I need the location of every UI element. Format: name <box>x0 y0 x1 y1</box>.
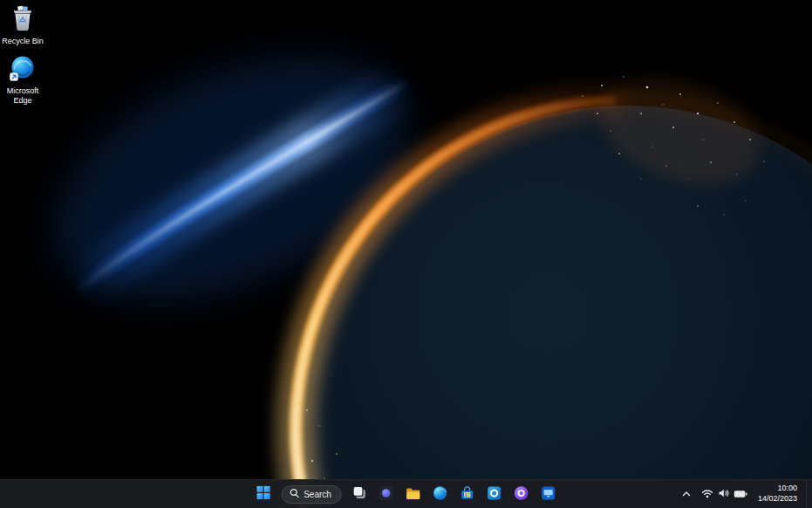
taskbar: Search <box>0 479 812 508</box>
outlook-icon <box>487 485 502 504</box>
wifi-icon <box>701 488 713 501</box>
desktop-icon-label: Microsoft Edge <box>0 86 45 106</box>
battery-icon <box>734 488 747 501</box>
remote-desktop-icon <box>541 485 556 504</box>
wallpaper <box>0 0 812 508</box>
start-icon <box>256 485 271 503</box>
chat-icon <box>379 485 394 504</box>
edge-shortcut-icon <box>10 55 36 85</box>
desktop-icon-grid: Recycle Bin Microsoft Edge <box>0 5 45 105</box>
clock-time: 10:00 <box>777 484 797 494</box>
task-view-button[interactable] <box>347 483 372 505</box>
search-box[interactable]: Search <box>281 485 342 504</box>
tray-overflow-button[interactable] <box>678 484 695 505</box>
clock-date: 14/02/2023 <box>758 494 797 505</box>
file-explorer-button[interactable] <box>401 483 426 505</box>
microsoft-store-icon <box>460 485 475 504</box>
edge-button[interactable] <box>428 483 453 505</box>
recycle-bin-icon <box>10 5 35 35</box>
outlook-button[interactable] <box>482 483 507 505</box>
show-desktop-button[interactable] <box>806 480 810 508</box>
search-label: Search <box>304 490 331 499</box>
teams-button[interactable] <box>509 483 534 505</box>
desktop-icon-label: Recycle Bin <box>2 37 44 46</box>
task-view-icon <box>351 485 366 503</box>
start-button[interactable] <box>251 483 276 505</box>
edge-icon <box>433 485 448 504</box>
teams-icon <box>514 485 529 504</box>
desktop-icon-microsoft-edge[interactable]: Microsoft Edge <box>0 55 45 106</box>
remote-desktop-button[interactable] <box>536 483 561 505</box>
file-explorer-icon <box>406 485 421 504</box>
network-volume-battery-button[interactable] <box>696 484 753 505</box>
system-tray: 10:00 14/02/2023 <box>678 480 810 508</box>
search-icon <box>289 488 299 500</box>
clock[interactable]: 10:00 14/02/2023 <box>754 482 803 505</box>
taskbar-center: Search <box>251 480 561 508</box>
chevron-up-icon <box>681 488 692 501</box>
chat-button[interactable] <box>374 483 399 505</box>
volume-icon <box>718 488 729 501</box>
microsoft-store-button[interactable] <box>455 483 480 505</box>
desktop-icon-recycle-bin[interactable]: Recycle Bin <box>0 5 45 46</box>
